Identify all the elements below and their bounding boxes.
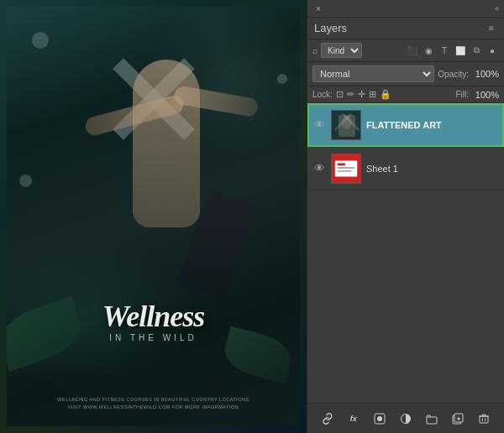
layer-name-2: Sheet 1: [366, 164, 499, 174]
svg-point-11: [377, 416, 382, 421]
adjustment-layer-button[interactable]: [397, 410, 414, 427]
layer-item-sheet1[interactable]: 👁 Sheet 1: [307, 147, 504, 190]
layer-thumbnail-1: [331, 110, 361, 140]
new-layer-button[interactable]: [449, 410, 466, 427]
svg-rect-9: [338, 170, 352, 171]
lock-all-icon[interactable]: 🔒: [380, 89, 391, 100]
opacity-label: Opacity:: [438, 70, 469, 79]
poster-text-area: Wellness IN THE WILD: [19, 301, 287, 342]
panel-menu-button[interactable]: ≡: [486, 23, 497, 34]
shape-filter-icon[interactable]: ⬜: [454, 44, 467, 57]
filter-label: ⌕: [312, 45, 318, 55]
delete-layer-button[interactable]: [475, 410, 492, 427]
figure-body: [133, 60, 200, 227]
pixel-filter-icon[interactable]: ⬛: [406, 44, 419, 57]
lock-fill-row: Lock: ⊡ ✏ ✛ ⊞ 🔒 Fill: 100%: [307, 86, 504, 103]
layer-thumbnail-2: [331, 154, 361, 184]
poster-footer: WELLBEING AND FITNESS COURSES IN BEAUTIF…: [7, 396, 300, 411]
lock-image-icon[interactable]: ✏: [347, 89, 354, 100]
layer-effects-button[interactable]: fx: [345, 410, 362, 427]
panel-title: Layers: [314, 22, 347, 34]
adjustment-filter-icon[interactable]: ◉: [422, 44, 435, 57]
svg-rect-8: [338, 167, 355, 169]
panel-collapse-button[interactable]: «: [495, 4, 499, 13]
layer-visibility-toggle-1[interactable]: 👁: [312, 118, 326, 131]
person-figure: [32, 11, 300, 326]
svg-rect-18: [480, 416, 488, 423]
panel-top-bar: × «: [307, 0, 504, 18]
layer-name-1: FLATTENED ART: [366, 120, 499, 130]
svg-rect-13: [427, 417, 437, 424]
float-circle-3: [19, 175, 32, 187]
type-filter-icon[interactable]: T: [438, 44, 451, 57]
link-layers-button[interactable]: [319, 410, 336, 427]
poster-background: Wellness IN THE WILD WELLBEING AND FITNE…: [7, 7, 300, 426]
filter-toggle-icon[interactable]: ●: [486, 44, 499, 57]
opacity-value[interactable]: 100%: [472, 69, 499, 79]
lock-artboard-icon[interactable]: ⊞: [369, 89, 376, 100]
wellness-subtitle: IN THE WILD: [19, 333, 287, 342]
fill-label: Fill:: [455, 90, 469, 99]
panel-close-button[interactable]: ×: [312, 3, 324, 14]
add-mask-button[interactable]: [371, 410, 388, 427]
blend-mode-select[interactable]: Normal Dissolve Multiply Screen Overlay: [312, 65, 434, 82]
filter-icons-group: ⬛ ◉ T ⬜ ⧉ ●: [406, 44, 499, 57]
lock-position-icon[interactable]: ✛: [358, 89, 365, 100]
wellness-title: Wellness: [19, 301, 287, 331]
lock-icons-group: ⊡ ✏ ✛ ⊞ 🔒: [336, 89, 391, 100]
lock-pixels-icon[interactable]: ⊡: [336, 89, 344, 100]
panel-toolbar: fx: [307, 403, 504, 433]
filter-type-select[interactable]: Kind: [321, 43, 362, 58]
lock-label: Lock:: [312, 90, 333, 99]
layer-item-flattened-art[interactable]: 👁 FLATTENED ART: [307, 103, 504, 147]
blend-opacity-row: Normal Dissolve Multiply Screen Overlay …: [307, 62, 504, 86]
footer-line-1: WELLBEING AND FITNESS COURSES IN BEAUTIF…: [7, 396, 300, 404]
svg-rect-7: [338, 163, 345, 165]
layer-visibility-toggle-2[interactable]: 👁: [312, 162, 326, 175]
smart-filter-icon[interactable]: ⧉: [470, 44, 483, 57]
panel-title-row: Layers ≡: [307, 18, 504, 39]
filter-row: ⌕ Kind ⬛ ◉ T ⬜ ⧉ ●: [307, 39, 504, 62]
fill-value[interactable]: 100%: [472, 90, 499, 100]
footer-line-2: VISIT WWW.WELLNESSINTHEWILD.COM FOR MORE…: [7, 404, 300, 411]
layers-panel: × « Layers ≡ ⌕ Kind ⬛ ◉ T ⬜ ⧉ ● Normal D…: [307, 0, 504, 433]
group-layers-button[interactable]: [423, 410, 440, 427]
canvas-area: Wellness IN THE WILD WELLBEING AND FITNE…: [0, 0, 307, 433]
canvas-image: Wellness IN THE WILD WELLBEING AND FITNE…: [0, 0, 307, 433]
layers-list: 👁 FLATTENED ART 👁: [307, 103, 504, 403]
